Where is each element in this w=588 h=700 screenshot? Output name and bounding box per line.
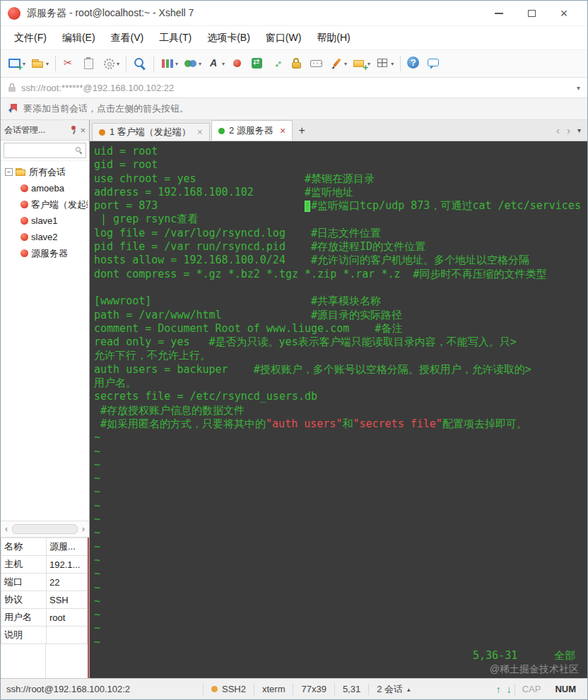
tab-close-icon[interactable]: × (280, 126, 286, 136)
watermark: @稀土掘金技术社区 (490, 663, 579, 676)
menu-item-2[interactable]: 编辑(E) (54, 28, 103, 48)
scroll-down-icon[interactable]: ↓ (504, 684, 514, 695)
bookmark-flag-icon (8, 104, 18, 114)
tab-close-icon[interactable]: × (197, 127, 203, 137)
lock-screen-button[interactable] (287, 55, 307, 72)
terminal-line: 允许下行，不允许上行。 (94, 349, 583, 362)
feedback-button[interactable] (424, 55, 444, 72)
property-row: 说明 (1, 627, 88, 644)
menu-item-3[interactable]: 查看(V) (103, 28, 152, 48)
title-bar: 源服务器 - root@localhost:~ - Xshell 7 × (1, 1, 587, 26)
tab-inactive[interactable]: 1 客户端（发起端）× (92, 123, 210, 141)
session-search-box[interactable] (4, 143, 86, 158)
transfer-icon (250, 57, 264, 71)
fullscreen-button[interactable] (267, 55, 287, 72)
tree-root-all-sessions[interactable]: −所有会话 (2, 164, 88, 180)
color-scheme-icon (160, 57, 175, 71)
terminal-line: ~ (94, 636, 583, 649)
terminal-line: ~ (94, 608, 583, 622)
open-folder-icon (31, 57, 45, 71)
toolbar-separator (400, 56, 401, 71)
session-item[interactable]: amoeba (2, 180, 88, 196)
tab-scroll-right-icon[interactable] (567, 124, 570, 136)
tab-label: 1 客户端（发起端） (110, 126, 191, 138)
disconnect-button[interactable] (59, 55, 79, 72)
tree-root-label: 所有会话 (29, 166, 66, 179)
menu-item-7[interactable]: 帮助(H) (309, 28, 358, 48)
terminal[interactable]: uid = rootgid = rootuse chroot = yes #禁锢… (90, 141, 587, 678)
pane-right-arrow[interactable]: › (79, 523, 88, 535)
terminal-line (94, 281, 583, 295)
terminal-line: ~ (94, 526, 583, 540)
transfer-button[interactable] (247, 55, 267, 72)
status-protocol: SSH2 (204, 684, 254, 694)
tab-navigation (556, 124, 587, 136)
tab-list-dropdown-icon[interactable] (577, 126, 581, 134)
terminal-line: ~ (94, 567, 583, 581)
find-button[interactable] (130, 55, 150, 72)
session-search-row (1, 141, 89, 161)
menu-item-6[interactable]: 窗口(W) (258, 28, 310, 48)
collapse-icon[interactable]: − (5, 168, 13, 176)
maximize-button[interactable] (515, 3, 548, 24)
open-folder-button[interactable]: ▾ (28, 55, 52, 72)
window-title: 源服务器 - root@localhost:~ - Xshell 7 (27, 7, 194, 20)
vim-ruler: 5,36-31 全部 (90, 649, 587, 663)
menu-item-1[interactable]: 文件(F) (6, 28, 54, 48)
new-folder-button[interactable]: ▾ (350, 55, 373, 72)
session-item-label: slave2 (31, 232, 58, 242)
pin-icon[interactable] (69, 125, 78, 135)
property-row: 名称源服... (1, 538, 88, 556)
record-button[interactable] (228, 55, 247, 72)
terminal-line: ~ (94, 458, 583, 472)
color-scheme-button[interactable]: ▾ (158, 55, 181, 72)
tab-active[interactable]: 2 源服务器× (211, 120, 293, 141)
terminal-line: ~ (94, 485, 583, 499)
minimize-button[interactable] (483, 3, 515, 24)
session-item[interactable]: 客户端（发起端） (2, 196, 88, 213)
vim-cursor-position: 5,36-31 (473, 649, 517, 663)
address-bar[interactable]: ssh://root:******@192.168.100.102:22 ▾ (1, 78, 587, 98)
new-tab-button[interactable] (294, 124, 310, 138)
toolbar-separator (153, 56, 154, 71)
tab-scroll-left-icon[interactable] (556, 124, 560, 136)
session-count-dropdown[interactable]: 2 会话 ▴ (369, 683, 418, 696)
pane-scroll-thumb[interactable] (12, 524, 78, 534)
help-button[interactable] (404, 55, 424, 72)
session-search-input[interactable] (6, 145, 75, 156)
layout-button[interactable]: ▾ (373, 55, 396, 72)
session-icon (20, 217, 28, 225)
terminal-line: hosts allow = 192.168.100.0/24 #允许访问的客户机… (94, 254, 583, 267)
panel-close-icon[interactable]: × (80, 126, 86, 135)
menu-item-5[interactable]: 选项卡(B) (199, 28, 258, 48)
property-value: 192.1... (47, 556, 88, 574)
xshell-window: 源服务器 - root@localhost:~ - Xshell 7 × 文件(… (0, 0, 588, 700)
session-item[interactable]: 源服务器 (2, 245, 88, 261)
property-row: 用户名root (1, 609, 88, 627)
menu-item-4[interactable]: 工具(T) (151, 28, 199, 48)
pane-left-arrow[interactable]: ‹ (2, 523, 11, 535)
scroll-up-icon[interactable]: ↑ (493, 684, 504, 695)
keyboard-button[interactable] (307, 55, 327, 72)
properties-button[interactable]: ▾ (99, 55, 122, 72)
property-value: SSH (47, 591, 88, 609)
dropdown-caret-icon: ▾ (391, 61, 394, 67)
tab-bar: 1 客户端（发起端）×2 源服务器× (90, 120, 587, 141)
paste-button[interactable] (79, 55, 99, 72)
font-button[interactable]: ▾ (204, 55, 228, 72)
highlight-pen-button[interactable]: ▾ (327, 55, 350, 72)
highlight-pen-icon (329, 57, 343, 71)
dropdown-caret-icon: ▾ (199, 61, 201, 67)
find-icon (133, 57, 147, 71)
new-session-button[interactable]: ▾ (5, 55, 28, 72)
address-dropdown-caret-icon[interactable]: ▾ (577, 84, 580, 92)
dropdown-caret-icon: ▾ (222, 61, 225, 67)
dropdown-caret-icon: ▾ (344, 61, 347, 67)
session-item[interactable]: slave1 (2, 213, 88, 229)
appearance-button[interactable]: ▾ (181, 55, 204, 72)
keyboard-icon (310, 57, 324, 71)
address-value: ssh://root:******@192.168.100.102:22 (21, 83, 174, 93)
property-label: 端口 (1, 574, 47, 591)
session-item[interactable]: slave2 (2, 229, 88, 245)
close-button[interactable]: × (548, 3, 580, 24)
